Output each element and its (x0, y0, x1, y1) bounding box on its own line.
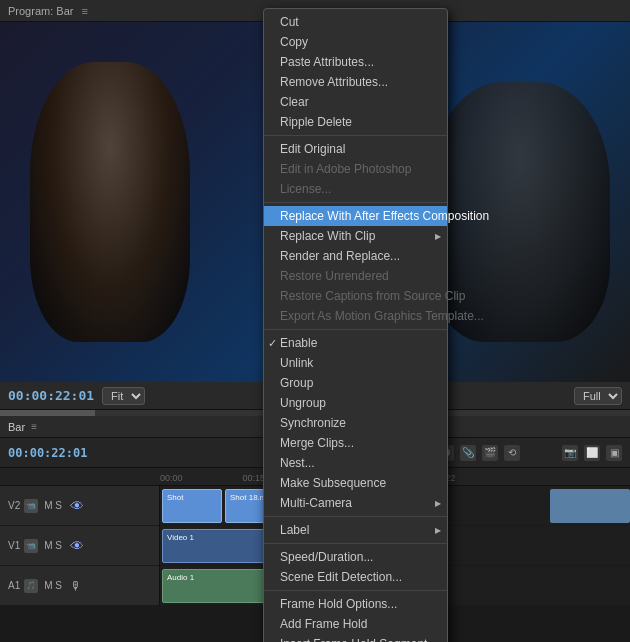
menu-item-cut[interactable]: Cut (264, 12, 447, 32)
v1-visibility[interactable]: 👁 (70, 538, 84, 554)
v1-icon: 📹 (24, 539, 38, 553)
menu-item-frame-hold-options[interactable]: Frame Hold Options... (264, 594, 447, 614)
menu-icon[interactable]: ≡ (81, 5, 87, 17)
track-label-v1: V1 📹 M S 👁 (0, 526, 159, 566)
menu-item-scene-edit[interactable]: Scene Edit Detection... (264, 567, 447, 587)
menu-item-edit-original[interactable]: Edit Original (264, 139, 447, 159)
a1-mic[interactable]: 🎙 (70, 579, 82, 593)
track-labels: V2 📹 M S 👁 V1 📹 M S 👁 A1 🎵 M S 🎙 (0, 486, 160, 606)
v1-id: V1 (8, 540, 20, 551)
v2-visibility[interactable]: 👁 (70, 498, 84, 514)
menu-separator-sep2 (264, 202, 447, 203)
timeline-menu-icon[interactable]: ≡ (31, 421, 37, 432)
menu-item-make-subsequence[interactable]: Make Subsequence (264, 473, 447, 493)
a1-label: M S (44, 580, 62, 591)
timeline-btn-5[interactable]: 📷 (562, 445, 578, 461)
scrub-progress (0, 410, 95, 416)
menu-item-export-motion: Export As Motion Graphics Template... (264, 306, 447, 326)
menu-item-render-replace[interactable]: Render and Replace... (264, 246, 447, 266)
menu-separator-sep3 (264, 329, 447, 330)
menu-item-restore-captions: Restore Captions from Source Clip (264, 286, 447, 306)
program-title: Program: Bar (8, 5, 73, 17)
menu-item-restore-unrendered: Restore Unrendered (264, 266, 447, 286)
timeline-btn-3[interactable]: 🎬 (482, 445, 498, 461)
figure-left (30, 62, 190, 342)
clip-shot-v2-a[interactable]: Shot (162, 489, 222, 523)
menu-item-merge-clips[interactable]: Merge Clips... (264, 433, 447, 453)
v2-id: V2 (8, 500, 20, 511)
menu-item-synchronize[interactable]: Synchronize (264, 413, 447, 433)
menu-item-ungroup[interactable]: Ungroup (264, 393, 447, 413)
timeline-btn-6[interactable]: ⬜ (584, 445, 600, 461)
full-select[interactable]: Full (574, 387, 622, 405)
menu-item-unlink[interactable]: Unlink (264, 353, 447, 373)
timeline-title: Bar (8, 421, 25, 433)
menu-item-speed-duration[interactable]: Speed/Duration... (264, 547, 447, 567)
menu-item-label[interactable]: Label (264, 520, 447, 540)
a1-id: A1 (8, 580, 20, 591)
menu-item-multi-camera[interactable]: Multi-Camera (264, 493, 447, 513)
v2-icon: 📹 (24, 499, 38, 513)
track-label-a1: A1 🎵 M S 🎙 (0, 566, 159, 606)
menu-item-insert-frame-hold[interactable]: Insert Frame Hold Segment (264, 634, 447, 642)
menu-item-enable[interactable]: Enable (264, 333, 447, 353)
a1-icon: 🎵 (24, 579, 38, 593)
track-marks-v2 (550, 489, 630, 523)
v2-label: M S (44, 500, 62, 511)
menu-item-ripple-delete[interactable]: Ripple Delete (264, 112, 447, 132)
menu-item-group[interactable]: Group (264, 373, 447, 393)
v1-label: M S (44, 540, 62, 551)
timeline-btn-7[interactable]: ▣ (606, 445, 622, 461)
menu-separator-sep6 (264, 590, 447, 591)
menu-item-edit-photoshop: Edit in Adobe Photoshop (264, 159, 447, 179)
fit-select[interactable]: Fit (102, 387, 145, 405)
menu-item-add-frame-hold[interactable]: Add Frame Hold (264, 614, 447, 634)
timeline-btn-4[interactable]: ⟲ (504, 445, 520, 461)
menu-item-license: License... (264, 179, 447, 199)
menu-item-nest[interactable]: Nest... (264, 453, 447, 473)
menu-item-replace-ae[interactable]: Replace With After Effects Composition (264, 206, 447, 226)
menu-separator-sep1 (264, 135, 447, 136)
menu-item-paste-attributes[interactable]: Paste Attributes... (264, 52, 447, 72)
menu-separator-sep4 (264, 516, 447, 517)
timeline-timecode: 00:00:22:01 (8, 446, 87, 460)
menu-item-remove-attributes[interactable]: Remove Attributes... (264, 72, 447, 92)
menu-item-copy[interactable]: Copy (264, 32, 447, 52)
ruler-mark-1: 00:00 (160, 473, 183, 483)
context-menu: CutCopyPaste Attributes...Remove Attribu… (263, 8, 448, 642)
current-timecode: 00:00:22:01 (8, 388, 94, 403)
menu-item-replace-clip[interactable]: Replace With Clip (264, 226, 447, 246)
menu-separator-sep5 (264, 543, 447, 544)
timeline-btn-2[interactable]: 📎 (460, 445, 476, 461)
track-label-v2: V2 📹 M S 👁 (0, 486, 159, 526)
menu-item-clear[interactable]: Clear (264, 92, 447, 112)
ruler-mark-2: 00:15 (243, 473, 266, 483)
